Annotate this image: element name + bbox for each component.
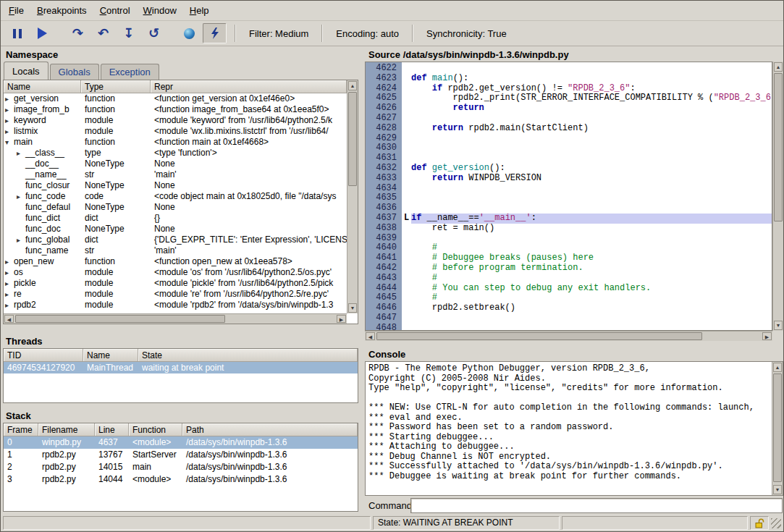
source-line[interactable]: 4637Lif __name__=='__main__': <box>366 214 772 224</box>
thread-row[interactable]: 46974534127920MainThreadwaiting at break… <box>4 362 358 373</box>
step-into-button[interactable]: ↶ <box>91 23 115 43</box>
scroll-up-button[interactable]: ▲ <box>774 62 783 72</box>
namespace-row[interactable]: ▸__class__type<type 'function'> <box>4 148 347 159</box>
namespace-row[interactable]: ▸func_codecode<code object main at 0x180… <box>4 191 347 202</box>
expand-arrow-icon[interactable]: ▸ <box>5 126 14 137</box>
tab-globals[interactable]: Globals <box>50 64 99 80</box>
scroll-left-button[interactable]: ◀ <box>4 315 14 323</box>
namespace-row[interactable]: ▸picklemodule<module 'pickle' from '/usr… <box>4 278 347 289</box>
source-line[interactable]: 4629 <box>366 134 772 144</box>
menu-file[interactable]: File <box>2 1 30 20</box>
menu-window[interactable]: Window <box>137 1 183 20</box>
expand-arrow-icon[interactable]: ▸ <box>5 267 14 278</box>
namespace-row[interactable]: func_docNoneTypeNone <box>4 224 347 235</box>
namespace-row[interactable]: ▸osmodule<module 'os' from '/usr/lib64/p… <box>4 267 347 278</box>
break-button[interactable] <box>5 23 29 43</box>
scroll-thumb[interactable] <box>773 373 782 482</box>
tab-locals[interactable]: Locals <box>4 62 49 80</box>
namespace-row[interactable]: ▸func_globaldict{'DLG_EXPR_TITLE': 'Ente… <box>4 235 347 245</box>
source-line[interactable]: 4628 return rpdb2.main(StartClient) <box>366 124 772 134</box>
scroll-up-button[interactable]: ▲ <box>348 81 357 90</box>
namespace-row[interactable]: ▸listmixmodule<module 'wx.lib.mixins.lis… <box>4 126 347 137</box>
namespace-row[interactable]: ▸remodule<module 're' from '/usr/lib64/p… <box>4 289 347 300</box>
source-line[interactable]: 4625 rpdb2._print(STR_ERROR_INTERFACE_CO… <box>366 93 772 104</box>
expand-arrow-icon[interactable]: ▸ <box>17 148 25 159</box>
source-line[interactable]: 4642 # before program termination. <box>366 263 772 274</box>
source-line[interactable]: 4648 <box>366 324 772 331</box>
scroll-thumb[interactable] <box>348 92 357 186</box>
command-input[interactable] <box>410 498 783 513</box>
source-line[interactable]: 4632def get_version(): <box>366 164 772 174</box>
namespace-row[interactable]: ▸image_from_bfunction<function image_fro… <box>4 104 347 115</box>
source-horizontal-scrollbar[interactable]: ◀▶ <box>365 331 772 341</box>
source-line[interactable]: 4634 <box>366 184 772 194</box>
threads-column-header-state[interactable]: State <box>138 349 358 361</box>
source-line[interactable]: 4624 if rpdb2.get_version() != "RPDB_2_3… <box>366 84 772 94</box>
source-line[interactable]: 4644 # You can step to debug any exit ha… <box>366 284 772 294</box>
namespace-row[interactable]: __name__str'main' <box>4 169 347 180</box>
scroll-up-button[interactable]: ▲ <box>773 363 782 372</box>
source-line[interactable]: 4627 <box>366 114 772 124</box>
scroll-thumb[interactable] <box>774 73 783 221</box>
namespace-row[interactable]: ▸open_newfunction<function open_new at 0… <box>4 256 347 267</box>
resize-grip[interactable] <box>771 518 781 528</box>
namespace-row[interactable]: func_namestr'main' <box>4 245 347 256</box>
namespace-row[interactable]: func_defaulNoneTypeNone <box>4 202 347 213</box>
expand-arrow-icon[interactable]: ▸ <box>5 300 14 311</box>
stack-column-header-frame[interactable]: Frame <box>4 423 38 436</box>
scroll-right-button[interactable]: ▶ <box>337 315 346 323</box>
namespace-column-header-name[interactable]: Name <box>4 80 81 93</box>
expand-arrow-icon[interactable]: ▸ <box>17 191 25 202</box>
expand-arrow-icon[interactable]: ▸ <box>5 104 14 115</box>
namespace-row[interactable]: ▾mainfunction<function main at 0x1ef4668… <box>4 137 347 148</box>
stack-column-header-filename[interactable]: Filename <box>38 423 95 436</box>
stack-frame-row[interactable]: 0winpdb.py4637<module>/data/sys/bin/winp… <box>4 436 358 449</box>
namespace-horizontal-scrollbar[interactable]: ◀▶ <box>4 313 347 324</box>
go-button[interactable] <box>30 23 54 43</box>
stack-frame-row[interactable]: 3rpdb2.py14044<module>/data/sys/bin/winp… <box>4 473 358 486</box>
console-output[interactable]: RPDB - The Remote Python Debugger, versi… <box>365 361 783 496</box>
source-line[interactable]: 4639 <box>366 234 772 244</box>
source-line[interactable]: 4643 # <box>366 274 772 284</box>
namespace-row[interactable]: ▸get_versionfunction<function get_versio… <box>4 93 347 104</box>
expand-arrow-icon[interactable]: ▸ <box>5 93 14 104</box>
stack-column-header-line[interactable]: Line <box>95 423 129 436</box>
stack-frame-row[interactable]: 1rpdb2.py13767StartServer/data/sys/bin/w… <box>4 449 358 461</box>
scroll-left-button[interactable]: ◀ <box>366 332 375 340</box>
namespace-vertical-scrollbar[interactable]: ▲▼ <box>347 80 358 313</box>
source-line[interactable]: 4630 <box>366 143 772 153</box>
source-line[interactable]: 4623def main(): <box>366 74 772 84</box>
menu-breakpoints[interactable]: Breakpoints <box>30 1 93 20</box>
source-line[interactable]: 4641 # Debuggee breaks (pauses) here <box>366 253 772 263</box>
namespace-row[interactable]: ▸keywordmodule<module 'keyword' from '/u… <box>4 115 347 126</box>
source-line[interactable]: 4631 <box>366 153 772 164</box>
source-line[interactable]: 4622 <box>366 64 772 74</box>
namespace-row[interactable]: func_dictdict{} <box>4 213 347 224</box>
menu-help[interactable]: Help <box>183 1 216 20</box>
expand-arrow-icon[interactable]: ▸ <box>5 289 14 300</box>
source-vertical-scrollbar[interactable]: ▲▼ <box>772 62 783 331</box>
source-line[interactable]: 4636 <box>366 203 772 214</box>
source-line[interactable]: 4646 rpdb2.setbreak() <box>366 303 772 313</box>
source-line[interactable]: 4647 <box>366 313 772 324</box>
expand-arrow-icon[interactable]: ▸ <box>5 115 14 126</box>
namespace-column-header-type[interactable]: Type <box>81 80 151 93</box>
menu-control[interactable]: Control <box>93 1 137 20</box>
step-out-button[interactable]: ↧ <box>117 23 140 43</box>
channel-button[interactable] <box>177 23 201 43</box>
stack-column-header-path[interactable]: Path <box>182 423 358 436</box>
stack-column-header-function[interactable]: Function <box>129 423 182 436</box>
expand-arrow-icon[interactable]: ▸ <box>5 256 14 267</box>
scroll-right-button[interactable]: ▶ <box>762 332 772 340</box>
source-line[interactable]: 4640 # <box>366 243 772 253</box>
collapse-arrow-icon[interactable]: ▾ <box>5 137 14 148</box>
source-line[interactable]: 4645 # <box>366 293 772 303</box>
source-editor[interactable]: 46224623def main():4624 if rpdb2.get_ver… <box>365 62 772 331</box>
console-vertical-scrollbar[interactable]: ▲▼ <box>772 362 783 495</box>
scroll-thumb[interactable] <box>15 315 225 323</box>
threads-column-header-tid[interactable]: TID <box>4 349 83 361</box>
scroll-down-button[interactable]: ▼ <box>774 321 783 330</box>
scroll-thumb[interactable] <box>376 332 702 340</box>
expand-arrow-icon[interactable]: ▸ <box>17 235 25 245</box>
namespace-row[interactable]: ▸rpdb2module<module 'rpdb2' from '/data/… <box>4 300 347 311</box>
